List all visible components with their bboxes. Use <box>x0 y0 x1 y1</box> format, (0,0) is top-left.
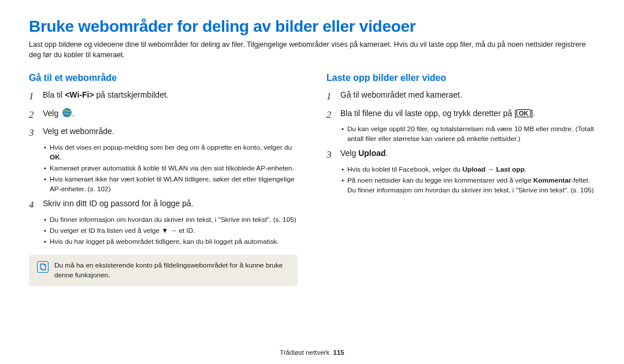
ok-badge-icon: OK <box>517 109 531 117</box>
note-text: Du må ha en eksisterende konto på fildel… <box>54 261 289 280</box>
svg-point-0 <box>62 108 72 117</box>
footer-label: Trådløst nettverk <box>280 349 329 356</box>
page-title: Bruke webområder for deling av bilder el… <box>29 17 595 36</box>
sub-bullet: Du finner informasjon om hvordan du skri… <box>44 215 298 225</box>
sub-bullet: Kameraet prøver automatisk å koble til W… <box>44 164 298 173</box>
step-number: 1 <box>29 89 37 104</box>
note-icon <box>37 261 49 273</box>
step-number: 3 <box>326 147 335 162</box>
left-step-3: 3 Velg et webområde. <box>29 125 298 140</box>
step-text: Gå til webområdet med kameraet. <box>340 89 595 104</box>
left-step-3-sublist: Hvis det vises en popup-melding som ber … <box>44 143 298 194</box>
step-text: Velg et webområde. <box>43 125 298 140</box>
note-box: Du må ha en eksisterende konto på fildel… <box>29 255 298 286</box>
sub-bullet: Hvis det vises en popup-melding som ber … <box>44 143 298 162</box>
step-text: Bla til filene du vil laste opp, og tryk… <box>340 107 595 122</box>
step-number: 4 <box>29 198 37 213</box>
left-column: Gå til et webområde 1 Bla til <Wi-Fi> på… <box>29 73 298 286</box>
sub-bullet: Du kan velge opptil 20 filer, og totalst… <box>341 124 595 144</box>
page-number: 115 <box>333 349 344 356</box>
intro-text: Last opp bildene og videoene dine til we… <box>29 39 595 60</box>
step-text: Velg Upload. <box>340 147 595 162</box>
step-number: 2 <box>326 107 335 122</box>
right-step-2: 2 Bla til filene du vil laste opp, og tr… <box>326 107 595 122</box>
content-columns: Gå til et webområde 1 Bla til <Wi-Fi> på… <box>29 73 595 286</box>
right-heading: Laste opp bilder eller video <box>326 73 595 83</box>
step-text: Skriv inn ditt ID og passord for å logge… <box>43 198 298 213</box>
step-number: 3 <box>29 125 37 140</box>
sub-bullet: Hvis du har logget på webområdet tidlige… <box>44 237 298 247</box>
globe-icon <box>62 107 72 121</box>
left-step-1: 1 Bla til <Wi-Fi> på startskjermbildet. <box>29 89 298 104</box>
sub-bullet: Hvis kameraet ikke har vært koblet til W… <box>44 174 298 194</box>
sub-bullet: Hvis du koblet til Facebook, velger du U… <box>341 165 595 174</box>
page-footer: Trådløst nettverk 115 <box>0 349 624 356</box>
sub-bullet: Du velger et ID fra listen ved å velge ▼… <box>44 226 298 236</box>
right-step-1: 1 Gå til webområdet med kameraet. <box>326 89 595 104</box>
right-column: Laste opp bilder eller video 1 Gå til we… <box>326 73 595 286</box>
right-step-2-sublist: Du kan velge opptil 20 filer, og totalst… <box>341 124 595 144</box>
sub-bullet: På noen nettsider kan du legge inn komme… <box>341 176 595 195</box>
step-text: Bla til <Wi-Fi> på startskjermbildet. <box>43 89 298 104</box>
left-step-4: 4 Skriv inn ditt ID og passord for å log… <box>29 198 298 213</box>
left-step-4-sublist: Du finner informasjon om hvordan du skri… <box>44 215 298 247</box>
step-text: Velg . <box>43 107 298 122</box>
left-step-2: 2 Velg . <box>29 107 298 122</box>
step-number: 1 <box>326 89 335 104</box>
left-heading: Gå til et webområde <box>29 73 298 83</box>
step-number: 2 <box>29 107 37 122</box>
right-step-3-sublist: Hvis du koblet til Facebook, velger du U… <box>341 165 595 195</box>
right-step-3: 3 Velg Upload. <box>326 147 595 162</box>
